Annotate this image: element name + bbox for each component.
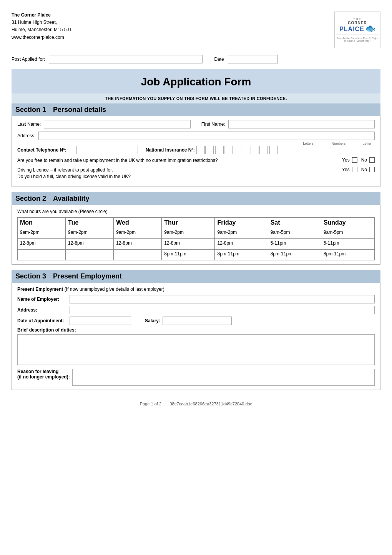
address-label: Address: [17, 133, 35, 138]
avail-wed-3 [114, 250, 162, 260]
employer-name-row: Name of Employer: [17, 295, 375, 303]
reason-row: Reason for leaving (if no longer employe… [17, 369, 375, 386]
avail-sun-2: 5-11pm [321, 239, 374, 250]
present-emp-note: Present Employment (If now unemployed gi… [17, 287, 375, 292]
post-date-row: Post Applied for: Date [12, 55, 380, 63]
driving-yes-group: Yes [342, 167, 357, 172]
driving-text: Driving Licence – if relevant to post ap… [17, 167, 338, 180]
reason-label-line2: (if no longer employed): [17, 374, 70, 380]
avail-tue-2: 12-8pm [66, 239, 114, 250]
ni-num-box-3[interactable] [233, 146, 241, 154]
ni-numbers-boxes [215, 146, 268, 154]
day-tue: Tue [66, 218, 114, 228]
contact-tel-input[interactable] [76, 146, 138, 154]
avail-thur-1: 9am-2pm [162, 228, 215, 239]
ni-letter-box-2[interactable] [205, 146, 214, 154]
avail-row-1: 9am-2pm 9am-2pm 9am-2pm 9am-2pm 9am-2pm … [18, 228, 375, 239]
address-row: Address: [17, 132, 375, 140]
avail-sat-2: 5-11pm [268, 239, 321, 250]
page-number: Page 1 of 2 [140, 402, 161, 406]
ni-final-letter-box [269, 146, 278, 154]
avail-tue-1: 9am-2pm [66, 228, 114, 239]
availability-note: What hours are you available (Please cir… [17, 209, 375, 214]
ni-letter-box-1[interactable] [196, 146, 205, 154]
day-sunday: Sunday [321, 218, 374, 228]
immigration-no-label: No [361, 157, 367, 163]
duties-label: Brief description of duties: [17, 327, 375, 333]
employer-address-row: Address: [17, 306, 375, 314]
company-logo: THE CORNER PLAICE 🐟 Proudly the friendli… [334, 12, 380, 48]
section2-title: Availability [53, 195, 89, 203]
last-name-label: Last Name: [17, 122, 41, 127]
confidence-bar: THE INFORMATION YOU SUPPLY ON THIS FORM … [12, 93, 380, 103]
employer-address-label: Address: [17, 307, 67, 313]
day-wed: Wed [114, 218, 162, 228]
date-salary-row: Date of Appointment: Salary: [17, 317, 375, 325]
reason-label-line1: Reason for leaving [17, 369, 58, 374]
logo-corner-text: CORNER [348, 21, 367, 25]
company-address: The Corner Plaice 31 Hulme High Street, … [12, 12, 72, 41]
ni-num-box-4[interactable] [242, 146, 250, 154]
avail-row-3: 8pm-11pm 8pm-11pm 8pm-11pm 8pm-11pm [18, 250, 375, 260]
avail-thur-2: 12-8pm [162, 239, 215, 250]
reason-label: Reason for leaving (if no longer employe… [17, 369, 70, 380]
duties-input[interactable] [17, 334, 375, 365]
reason-input[interactable] [72, 369, 375, 386]
ni-num-box-2[interactable] [224, 146, 233, 154]
driving-no-group: No [361, 167, 375, 172]
avail-mon-1: 9am-2pm [18, 228, 66, 239]
address-line2: Hulme, Manchester, M15 5JT [12, 27, 72, 32]
avail-fri-2: 12-8pm [215, 239, 268, 250]
day-thur: Thur [162, 218, 215, 228]
last-name-input[interactable] [44, 120, 190, 128]
ni-num-box-1[interactable] [215, 146, 224, 154]
name-row: Last Name: First Name: [17, 120, 375, 128]
present-emp-bold: Present Employment [17, 287, 63, 292]
avail-header-row: Mon Tue Wed Thur Friday Sat Sunday [18, 218, 375, 228]
avail-mon-3 [18, 250, 66, 260]
section2-header: Section 2 Availability [12, 192, 380, 205]
driving-licence-line1: Driving Licence – if relevant to post ap… [17, 167, 113, 173]
avail-row-2: 12-8pm 12-8pm 12-8pm 12-8pm 12-8pm 5-11p… [18, 239, 375, 250]
immigration-yes-checkbox[interactable] [352, 157, 357, 163]
employer-name-input[interactable] [70, 295, 375, 303]
ni-num-box-5[interactable] [251, 146, 259, 154]
employer-address-input[interactable] [70, 306, 375, 314]
section1-body: Last Name: First Name: Address: Letters [12, 116, 380, 187]
logo-plaice-text: PLAICE [339, 26, 364, 33]
employer-name-label: Name of Employer: [17, 297, 67, 302]
section3-header: Section 3 Present Employment [12, 270, 380, 283]
first-name-input[interactable] [228, 120, 375, 128]
section2-body: What hours are you available (Please cir… [12, 205, 380, 265]
ni-final-box-1[interactable] [269, 146, 278, 154]
company-name: The Corner Plaice [12, 12, 51, 18]
avail-wed-1: 9am-2pm [114, 228, 162, 239]
date-appt-label: Date of Appointment: [17, 318, 67, 323]
immigration-no-checkbox[interactable] [369, 157, 375, 163]
ni-numbers-header: Numbers [319, 142, 358, 145]
address-line1: 31 Hulme High Street, [12, 20, 57, 25]
address-input[interactable] [38, 132, 375, 140]
doc-id: 08e7ccab1e68266ea327311d49c72040.doc [169, 402, 252, 406]
post-applied-input[interactable] [49, 55, 203, 63]
date-input[interactable] [228, 55, 278, 63]
ni-num-box-6[interactable] [259, 146, 268, 154]
day-mon: Mon [18, 218, 66, 228]
salary-input[interactable] [163, 317, 232, 325]
immigration-text: Are you free to remain and take up emplo… [17, 157, 338, 164]
section3-body: Present Employment (If now unemployed gi… [12, 283, 380, 390]
avail-fri-1: 9am-2pm [215, 228, 268, 239]
driving-no-checkbox[interactable] [369, 167, 375, 172]
immigration-yes-label: Yes [342, 157, 350, 163]
present-emp-sub: (If now unemployed give details of last … [65, 287, 164, 292]
ni-letters-header: Letters [299, 142, 318, 145]
section3-number: Section 3 [15, 272, 46, 280]
section2-number: Section 2 [15, 195, 46, 203]
driving-yes-checkbox[interactable] [352, 167, 357, 172]
post-applied-label: Post Applied for: [12, 57, 45, 62]
avail-thur-3: 8pm-11pm [162, 250, 215, 260]
driving-no-label: No [361, 167, 367, 172]
form-title: Job Application Form [12, 76, 380, 88]
avail-fri-3: 8pm-11pm [215, 250, 268, 260]
date-appt-input[interactable] [70, 317, 131, 325]
